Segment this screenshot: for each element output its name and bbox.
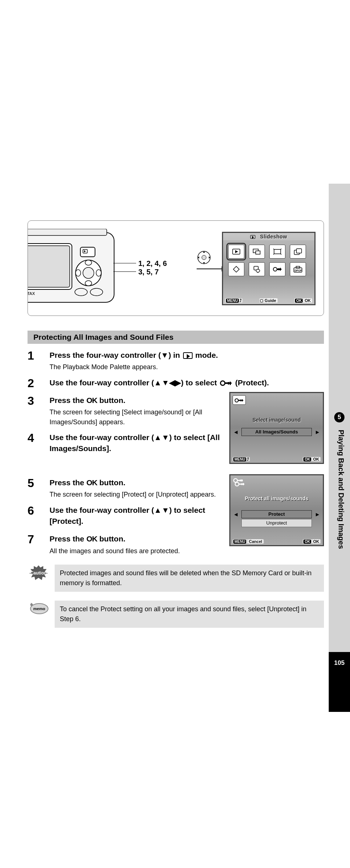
- svg-point-9: [85, 260, 92, 265]
- svg-rect-1: [28, 229, 107, 235]
- step-text: Press the: [50, 534, 86, 543]
- palette-icon-rotate: [228, 262, 244, 276]
- svg-rect-28: [280, 268, 281, 271]
- chapter-badge: 5: [334, 412, 344, 422]
- palette-icon-slideshow: [228, 245, 244, 259]
- step-number: 2: [28, 377, 50, 390]
- ok-button-text: OK: [86, 534, 97, 543]
- svg-point-41: [234, 479, 237, 482]
- step-title: Press the four-way controller (▼) in mod…: [50, 350, 324, 361]
- protect-key-icon: [220, 380, 232, 386]
- svg-point-37: [235, 399, 238, 402]
- lcd-select-screen: Select image/sound All Images/Sounds MEN…: [229, 392, 324, 464]
- callout-steps-ok: 3, 5, 7: [113, 268, 167, 276]
- svg-point-12: [96, 270, 101, 276]
- svg-point-33: [220, 381, 225, 385]
- svg-rect-35: [230, 382, 231, 385]
- cancel-label: Cancel: [248, 539, 263, 544]
- svg-rect-44: [240, 479, 241, 481]
- lcd-title: Protect all images/sounds: [230, 496, 323, 501]
- svg-rect-48: [241, 483, 243, 485]
- menu-button-icon: MENU: [233, 540, 246, 544]
- step-number: 6: [28, 505, 50, 529]
- palette-icon-protect: [269, 262, 285, 276]
- svg-text:memo: memo: [33, 606, 45, 611]
- step-number: 4: [28, 432, 50, 456]
- svg-rect-43: [241, 479, 243, 482]
- svg-rect-20: [274, 249, 281, 254]
- menu-option-selected: All Images/Sounds: [241, 428, 312, 436]
- ok-button-text: OK: [86, 396, 97, 404]
- step-title: Use the four-way controller (▲▼) to sele…: [50, 432, 233, 454]
- callout-steps-controller: 1, 2, 4, 6: [113, 259, 167, 268]
- step-description: The Playback Mode Palette appears.: [50, 362, 324, 372]
- menu-option: Unprotect: [241, 519, 312, 527]
- guide-label: Guide: [264, 298, 277, 303]
- memo-text: To cancel the Protect setting on all you…: [55, 601, 324, 628]
- step-description: The screen for selecting [Select image/s…: [50, 407, 233, 426]
- svg-rect-3: [28, 246, 70, 287]
- step-title: Press the OK button.: [50, 477, 233, 488]
- svg-point-8: [83, 267, 94, 278]
- ok-button-icon: OK: [303, 457, 311, 461]
- step-number: 7: [28, 533, 50, 556]
- camera-illustration: NTAX: [28, 229, 121, 308]
- palette-icon-dpof: DPOF: [290, 262, 306, 276]
- palette-title: Slideshow: [260, 234, 287, 239]
- step-number: 3: [28, 395, 50, 427]
- svg-point-45: [235, 482, 239, 486]
- svg-text:NTAX: NTAX: [28, 291, 35, 296]
- svg-rect-39: [242, 399, 243, 401]
- svg-rect-19: [256, 251, 260, 254]
- ok-label: OK: [313, 457, 320, 461]
- palette-icon-copy: [290, 245, 306, 259]
- ok-button-icon: OK: [295, 299, 303, 303]
- svg-rect-47: [243, 483, 244, 485]
- svg-rect-40: [240, 400, 241, 401]
- protect-key-icon: [233, 395, 246, 405]
- svg-point-10: [85, 281, 92, 286]
- step-text: Press the: [50, 478, 86, 487]
- step-text: Press the: [50, 396, 86, 404]
- svg-text:DPOF: DPOF: [295, 269, 302, 272]
- memo-icon: memo: [28, 601, 50, 617]
- ok-label: OK: [304, 298, 312, 303]
- menu-button-icon: MENU: [233, 457, 246, 461]
- menu-option-selected: Protect: [241, 510, 312, 518]
- palette-icon-voice: [249, 262, 265, 276]
- step-title: Use the four-way controller (▲▼) to sele…: [50, 505, 233, 527]
- svg-point-24: [256, 269, 260, 272]
- step-description: All the images and sound files are prote…: [50, 546, 324, 556]
- arrow-right-icon: [197, 269, 226, 269]
- playback-mode-icon: [183, 352, 193, 359]
- lcd-palette-screen: Slideshow: [222, 232, 316, 305]
- svg-rect-29: [278, 268, 279, 270]
- diagram-panel: NTAX 1, 2, 4, 6 3, 5, 7: [28, 220, 324, 316]
- svg-rect-22: [296, 249, 302, 253]
- dpad-icon: [197, 250, 211, 265]
- ok-button-icon: OK: [303, 540, 311, 544]
- page-number: 105: [329, 652, 350, 712]
- svg-rect-5: [80, 247, 95, 257]
- svg-point-16: [202, 255, 206, 260]
- svg-point-11: [76, 270, 81, 276]
- section-heading: Protecting All Images and Sound Files: [28, 331, 324, 344]
- step-text: (Protect).: [233, 378, 269, 387]
- step-text: Use the four-way controller (▲▼◀▶) to se…: [50, 378, 219, 387]
- protect-keys-icon: [233, 478, 246, 487]
- palette-icon-trim: [269, 245, 285, 259]
- step-text: mode.: [193, 351, 218, 359]
- step-text: button.: [97, 534, 125, 543]
- ok-label: OK: [313, 539, 320, 544]
- step-number: 1: [28, 350, 50, 372]
- step-title: Use the four-way controller (▲▼◀▶) to se…: [50, 377, 324, 388]
- play-mode-icon: [250, 235, 255, 239]
- step-text: Press the four-way controller (▼) in: [50, 351, 182, 359]
- step-text: button.: [97, 396, 125, 404]
- svg-point-26: [273, 267, 277, 271]
- ok-button-text: OK: [86, 478, 97, 487]
- caution-icon: Caution: [28, 565, 50, 581]
- green-button-icon: [260, 299, 263, 302]
- step-title: Press the OK button.: [50, 395, 233, 406]
- menu-button-icon: MENU: [226, 299, 239, 303]
